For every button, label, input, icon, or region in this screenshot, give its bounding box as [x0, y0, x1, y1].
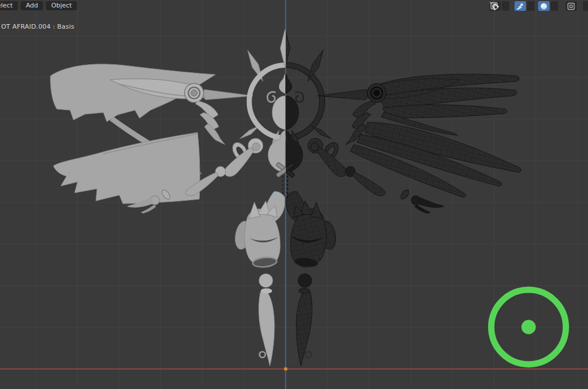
viewport-tools	[489, 1, 588, 11]
shape-key-overlay-label: OT AFRAID.004 : Basis	[1, 23, 74, 30]
head-torso-solid[interactable]	[268, 75, 285, 173]
blender-3d-viewport[interactable]: elect Add Object	[0, 0, 588, 389]
wing-claw-solid[interactable]	[195, 101, 225, 145]
menu-object[interactable]: Object	[46, 1, 77, 10]
wing-joint-disc[interactable]	[185, 84, 204, 103]
gizmo-toggle-icon	[566, 2, 577, 11]
gizmo-toggle-button[interactable]	[566, 1, 577, 11]
menu-add[interactable]: Add	[21, 1, 43, 10]
model-wireframe-half[interactable]	[247, 29, 521, 366]
model-solid-half[interactable]	[51, 29, 322, 366]
snap-target-chevron[interactable]	[527, 1, 535, 11]
legs-solid[interactable]	[233, 192, 285, 366]
menu-select[interactable]: elect	[0, 1, 18, 10]
snap-target-icon	[515, 2, 525, 11]
lower-wing-solid[interactable]	[53, 133, 200, 204]
viewport-canvas[interactable]	[0, 0, 588, 389]
proportional-falloff-button[interactable]	[538, 1, 550, 11]
overlays-toggle-button[interactable]	[583, 1, 588, 11]
viewport-menus: elect Add Object	[0, 0, 77, 10]
proportional-falloff-icon	[539, 2, 549, 11]
falloff-dropdown-chevron[interactable]	[551, 1, 558, 11]
small-blue-dot	[274, 194, 277, 197]
snap-dropdown-chevron[interactable]	[502, 1, 509, 11]
object-origin-dot[interactable]	[284, 367, 287, 371]
snap-target-button[interactable]	[514, 1, 526, 11]
